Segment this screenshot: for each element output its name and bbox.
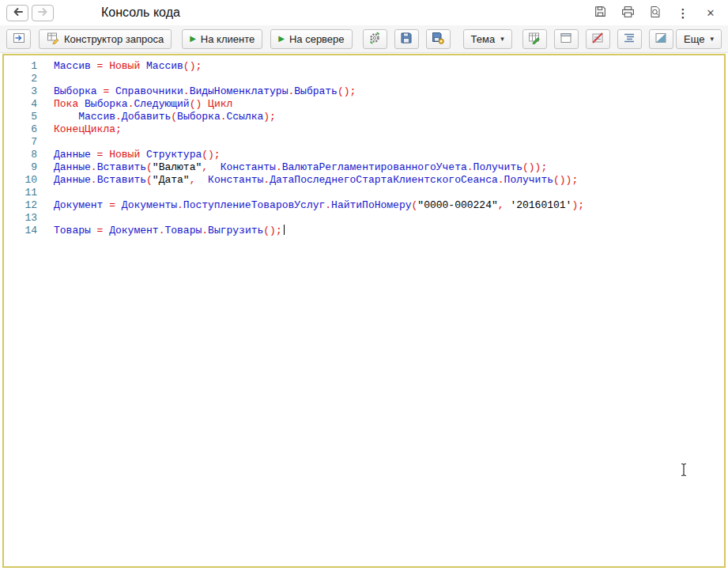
code-window-button[interactable] <box>6 29 31 49</box>
code-line-text: Выборка = Справочники.ВидыНоменклатуры.В… <box>37 85 356 98</box>
page-title: Консоль кода <box>101 6 180 20</box>
window-panel-icon <box>560 32 572 47</box>
chevron-down-icon: ▾ <box>710 35 714 43</box>
kebab-menu-button[interactable]: ⋮ <box>675 5 691 21</box>
gear-refresh-icon <box>368 32 381 47</box>
query-builder-label: Конструктор запроса <box>64 33 164 45</box>
code-line-text: Данные = Новый Структура(); <box>37 149 221 161</box>
code-line-text: Документ = Документы.ПоступлениеТоваровУ… <box>37 199 584 212</box>
code-lines: 1Массив = Новый Массив();23Выборка = Спр… <box>4 60 724 237</box>
titlebar-actions: ⋮ ✕ <box>592 5 719 21</box>
line-number: 7 <box>4 136 37 149</box>
code-line[interactable]: 6КонецЦикла; <box>4 123 724 136</box>
settings-gear-button[interactable] <box>363 29 387 49</box>
code-line-text: Данные.Вставить("Дата", Константы.ДатаПо… <box>37 174 578 187</box>
red-slash-icon <box>591 32 604 47</box>
preview-button[interactable] <box>647 5 663 21</box>
code-line-text <box>37 212 54 225</box>
code-line[interactable]: 11 <box>4 187 724 199</box>
toolbar: Конструктор запроса ▶ На клиенте ▶ На се… <box>0 25 728 53</box>
code-line[interactable]: 10Данные.Вставить("Дата", Константы.Дата… <box>4 174 724 187</box>
code-line-text: Массив = Новый Массив(); <box>37 60 202 73</box>
query-builder-button[interactable]: Конструктор запроса <box>39 29 172 49</box>
run-on-client-label: На клиенте <box>201 33 255 45</box>
text-caret <box>284 225 285 235</box>
run-on-server-label: На сервере <box>289 33 345 45</box>
save-button[interactable] <box>592 5 608 21</box>
code-line-text <box>37 187 54 199</box>
split-view-button[interactable] <box>649 29 673 49</box>
code-line-text: КонецЦикла; <box>37 123 122 136</box>
line-number: 8 <box>4 149 37 161</box>
floppy-blue-icon <box>400 32 413 47</box>
close-button[interactable]: ✕ <box>703 5 719 21</box>
code-line[interactable]: 9Данные.Вставить("Валюта", Константы.Вал… <box>4 161 724 174</box>
code-line[interactable]: 4Пока Выборка.Следующий() Цикл <box>4 98 724 111</box>
code-line[interactable]: 12Документ = Документы.ПоступлениеТоваро… <box>4 199 724 212</box>
code-console-window: Консоль кода ⋮ ✕ <box>0 0 728 571</box>
line-number: 11 <box>4 187 37 199</box>
line-number: 13 <box>4 212 37 225</box>
print-button[interactable] <box>620 5 636 21</box>
line-number: 10 <box>4 174 37 187</box>
run-on-client-button[interactable]: ▶ На клиенте <box>182 29 262 49</box>
code-line-text: Пока Выборка.Следующий() Цикл <box>37 98 232 111</box>
split-icon <box>654 32 667 47</box>
code-line-text <box>37 73 54 85</box>
code-line[interactable]: 14Товары = Документ.Товары.Выгрузить(); <box>4 225 724 237</box>
code-editor[interactable]: 1Массив = Новый Массив();23Выборка = Спр… <box>2 54 726 568</box>
more-dropdown[interactable]: Еще ▾ <box>676 29 722 49</box>
line-number: 3 <box>4 85 37 98</box>
edit-table-button[interactable] <box>522 29 547 49</box>
nav-back-button[interactable] <box>6 5 28 21</box>
line-number: 1 <box>4 60 37 73</box>
code-line[interactable]: 8Данные = Новый Структура(); <box>4 149 724 161</box>
code-line-text: Данные.Вставить("Валюта", Константы.Валю… <box>37 161 547 174</box>
save-code-button[interactable] <box>394 29 419 49</box>
code-line[interactable]: 2 <box>4 73 724 85</box>
floppy-icon <box>594 5 607 21</box>
code-line[interactable]: 3Выборка = Справочники.ВидыНоменклатуры.… <box>4 85 724 98</box>
code-line[interactable]: 1Массив = Новый Массив(); <box>4 60 724 73</box>
kebab-icon: ⋮ <box>677 7 689 19</box>
format-text-button[interactable] <box>617 29 642 49</box>
arrow-left-icon <box>12 7 24 19</box>
window-arrow-icon <box>13 32 25 47</box>
close-icon: ✕ <box>707 8 715 18</box>
floppy-gear-icon <box>432 32 444 47</box>
code-line[interactable]: 13 <box>4 212 724 225</box>
code-line-text <box>37 136 54 149</box>
play-icon: ▶ <box>190 35 196 43</box>
arrow-right-icon <box>37 7 49 19</box>
more-label: Еще <box>684 33 704 45</box>
code-line[interactable]: 5 Массив.Добавить(Выборка.Ссылка); <box>4 111 724 123</box>
magnifier-page-icon <box>649 6 662 21</box>
line-number: 4 <box>4 98 37 111</box>
line-number: 14 <box>4 225 37 237</box>
disable-measure-button[interactable] <box>586 29 610 49</box>
align-lines-icon <box>623 32 636 47</box>
window-panel-button[interactable] <box>554 29 579 49</box>
play-icon: ▶ <box>278 35 285 43</box>
query-builder-icon <box>47 32 59 47</box>
line-number: 12 <box>4 199 37 212</box>
line-number: 5 <box>4 111 37 123</box>
table-pencil-icon <box>528 32 541 47</box>
line-number: 9 <box>4 161 37 174</box>
theme-dropdown[interactable]: Тема ▾ <box>463 29 512 49</box>
save-settings-button[interactable] <box>426 29 451 49</box>
nav-forward-button[interactable] <box>32 5 54 21</box>
line-number: 6 <box>4 123 37 136</box>
printer-icon <box>621 6 635 21</box>
code-line[interactable]: 7 <box>4 136 724 149</box>
code-line-text: Массив.Добавить(Выборка.Ссылка); <box>37 111 276 123</box>
code-line-text: Товары = Документ.Товары.Выгрузить(); <box>37 225 285 237</box>
line-number: 2 <box>4 73 37 85</box>
chevron-down-icon: ▾ <box>500 35 504 43</box>
run-on-server-button[interactable]: ▶ На сервере <box>270 29 352 49</box>
theme-label: Тема <box>471 33 496 45</box>
titlebar: Консоль кода ⋮ ✕ <box>0 0 728 25</box>
